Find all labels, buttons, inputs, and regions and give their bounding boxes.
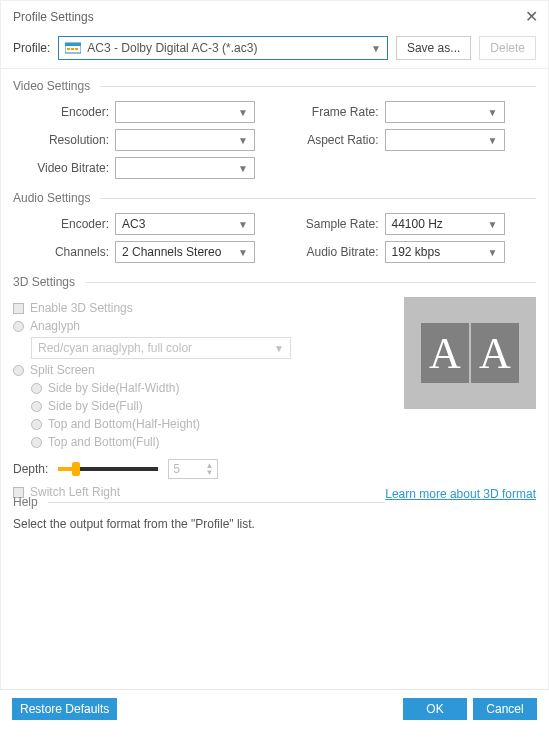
audio-encoder-value: AC3	[122, 217, 145, 231]
divider	[100, 86, 536, 87]
svg-rect-3	[71, 48, 74, 50]
profile-label: Profile:	[13, 41, 50, 55]
profile-combo[interactable]: AC3 - Dolby Digital AC-3 (*.ac3) ▼	[58, 36, 388, 60]
profile-value: AC3 - Dolby Digital AC-3 (*.ac3)	[87, 41, 257, 55]
preview-a-right: A	[479, 328, 511, 379]
chevron-down-icon: ▼	[488, 135, 498, 146]
d3-preview: A A	[404, 297, 536, 409]
anaglyph-label: Anaglyph	[30, 319, 80, 333]
sbs-half-label: Side by Side(Half-Width)	[48, 381, 179, 395]
frame-rate-combo[interactable]: ▼	[385, 101, 505, 123]
help-header: Help	[13, 495, 48, 509]
tab-half-radio	[31, 419, 42, 430]
anaglyph-radio[interactable]	[13, 321, 24, 332]
sample-rate-value: 44100 Hz	[392, 217, 443, 231]
tab-full-radio	[31, 437, 42, 448]
aspect-ratio-label: Aspect Ratio:	[283, 133, 379, 147]
video-bitrate-label: Video Bitrate:	[13, 161, 109, 175]
close-icon[interactable]: ✕	[525, 7, 538, 26]
restore-defaults-button[interactable]: Restore Defaults	[12, 698, 117, 720]
divider	[85, 282, 536, 283]
chevron-down-icon: ▼	[488, 247, 498, 258]
divider	[48, 502, 386, 503]
enable-3d-checkbox[interactable]	[13, 303, 24, 314]
depth-slider[interactable]	[58, 467, 158, 471]
audio-header: Audio Settings	[13, 191, 100, 205]
delete-button: Delete	[479, 36, 536, 60]
preview-a-left: A	[429, 328, 461, 379]
frame-rate-label: Frame Rate:	[283, 105, 379, 119]
resolution-combo[interactable]: ▼	[115, 129, 255, 151]
chevron-down-icon: ▼	[238, 163, 248, 174]
video-header: Video Settings	[13, 79, 100, 93]
aspect-ratio-combo[interactable]: ▼	[385, 129, 505, 151]
sbs-half-radio	[31, 383, 42, 394]
channels-label: Channels:	[13, 245, 109, 259]
sbs-full-radio	[31, 401, 42, 412]
help-text: Select the output format from the "Profi…	[13, 517, 536, 531]
divider	[100, 198, 536, 199]
video-bitrate-combo[interactable]: ▼	[115, 157, 255, 179]
audio-bitrate-value: 192 kbps	[392, 245, 441, 259]
audio-bitrate-label: Audio Bitrate:	[283, 245, 379, 259]
tab-full-label: Top and Bottom(Full)	[48, 435, 159, 449]
cancel-button[interactable]: Cancel	[473, 698, 537, 720]
window-title: Profile Settings	[13, 10, 525, 24]
channels-combo[interactable]: 2 Channels Stereo▼	[115, 241, 255, 263]
enable-3d-label: Enable 3D Settings	[30, 301, 133, 315]
audio-encoder-label: Encoder:	[13, 217, 109, 231]
chevron-down-icon: ▼	[371, 43, 381, 54]
ok-button[interactable]: OK	[403, 698, 467, 720]
sample-rate-combo[interactable]: 44100 Hz▼	[385, 213, 505, 235]
save-as-button[interactable]: Save as...	[396, 36, 471, 60]
resolution-label: Resolution:	[13, 133, 109, 147]
audio-encoder-combo[interactable]: AC3▼	[115, 213, 255, 235]
format-icon	[65, 41, 81, 55]
chevron-down-icon: ▼	[238, 135, 248, 146]
chevron-down-icon: ▼	[488, 219, 498, 230]
tab-half-label: Top and Bottom(Half-Height)	[48, 417, 200, 431]
split-screen-label: Split Screen	[30, 363, 95, 377]
depth-label: Depth:	[13, 462, 48, 476]
audio-bitrate-combo[interactable]: 192 kbps▼	[385, 241, 505, 263]
channels-value: 2 Channels Stereo	[122, 245, 221, 259]
chevron-down-icon: ▼	[488, 107, 498, 118]
chevron-down-icon: ▼	[274, 343, 284, 354]
spinner-arrows-icon[interactable]: ▲▼	[205, 462, 213, 476]
svg-rect-4	[75, 48, 78, 50]
slider-thumb[interactable]	[72, 462, 80, 476]
video-encoder-combo[interactable]: ▼	[115, 101, 255, 123]
chevron-down-icon: ▼	[238, 219, 248, 230]
sbs-full-label: Side by Side(Full)	[48, 399, 143, 413]
anaglyph-combo: Red/cyan anaglyph, full color ▼	[31, 337, 291, 359]
learn-more-link[interactable]: Learn more about 3D format	[385, 487, 536, 501]
chevron-down-icon: ▼	[238, 107, 248, 118]
svg-rect-2	[67, 48, 70, 50]
chevron-down-icon: ▼	[238, 247, 248, 258]
depth-value: 5	[173, 462, 180, 476]
d3-header: 3D Settings	[13, 275, 85, 289]
split-screen-radio[interactable]	[13, 365, 24, 376]
sample-rate-label: Sample Rate:	[283, 217, 379, 231]
video-encoder-label: Encoder:	[13, 105, 109, 119]
anaglyph-value: Red/cyan anaglyph, full color	[38, 341, 192, 355]
depth-spinner[interactable]: 5▲▼	[168, 459, 218, 479]
svg-rect-1	[65, 43, 81, 46]
